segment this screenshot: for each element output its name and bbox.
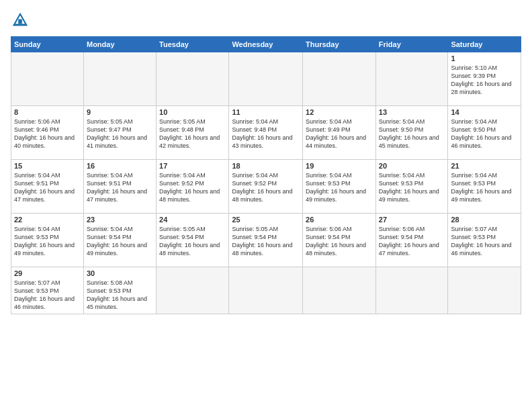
day-number: 25 [232, 216, 300, 224]
calendar-cell: 14Sunrise: 5:04 AMSunset: 9:50 PMDayligh… [448, 106, 521, 160]
day-number: 28 [451, 216, 518, 224]
calendar-cell: 10Sunrise: 5:05 AMSunset: 9:48 PMDayligh… [157, 106, 229, 160]
day-info: Sunrise: 5:04 AMSunset: 9:53 PMDaylight:… [14, 225, 81, 258]
calendar-cell [157, 52, 229, 106]
day-number: 10 [159, 108, 226, 116]
day-info: Sunrise: 5:10 AMSunset: 9:39 PMDaylight:… [451, 64, 518, 97]
day-info: Sunrise: 5:04 AMSunset: 9:50 PMDaylight:… [379, 118, 445, 150]
calendar-cell: 15Sunrise: 5:04 AMSunset: 9:51 PMDayligh… [11, 160, 84, 214]
day-info: Sunrise: 5:04 AMSunset: 9:48 PMDaylight:… [232, 118, 300, 150]
day-number: 9 [87, 108, 153, 116]
page-header [11, 11, 521, 30]
day-info: Sunrise: 5:04 AMSunset: 9:54 PMDaylight:… [87, 225, 153, 258]
calendar-cell: 21Sunrise: 5:04 AMSunset: 9:53 PMDayligh… [448, 160, 521, 214]
calendar-table: SundayMondayTuesdayWednesdayThursdayFrid… [11, 36, 521, 314]
calendar-day-header: Thursday [303, 37, 376, 52]
day-number: 20 [379, 162, 445, 170]
logo [11, 11, 32, 30]
calendar-cell: 20Sunrise: 5:04 AMSunset: 9:53 PMDayligh… [375, 160, 448, 214]
calendar-cell [375, 52, 448, 106]
calendar-cell: 19Sunrise: 5:04 AMSunset: 9:53 PMDayligh… [303, 160, 376, 214]
day-info: Sunrise: 5:04 AMSunset: 9:50 PMDaylight:… [451, 118, 518, 150]
day-number: 17 [159, 162, 226, 170]
day-info: Sunrise: 5:07 AMSunset: 9:53 PMDaylight:… [451, 225, 518, 258]
calendar-cell [157, 267, 229, 314]
day-number: 29 [14, 269, 81, 277]
calendar-cell [11, 52, 84, 106]
day-info: Sunrise: 5:04 AMSunset: 9:51 PMDaylight:… [87, 171, 153, 204]
calendar-cell: 8Sunrise: 5:06 AMSunset: 9:46 PMDaylight… [11, 106, 84, 160]
calendar-cell [448, 267, 521, 314]
day-info: Sunrise: 5:06 AMSunset: 9:46 PMDaylight:… [14, 118, 81, 150]
day-number: 23 [87, 216, 153, 224]
day-info: Sunrise: 5:05 AMSunset: 9:48 PMDaylight:… [159, 118, 226, 150]
day-number: 12 [306, 108, 373, 116]
day-info: Sunrise: 5:05 AMSunset: 9:54 PMDaylight:… [232, 225, 300, 258]
day-info: Sunrise: 5:07 AMSunset: 9:53 PMDaylight:… [14, 279, 81, 312]
day-info: Sunrise: 5:04 AMSunset: 9:49 PMDaylight:… [306, 118, 373, 150]
day-number: 22 [14, 216, 81, 224]
calendar-cell [83, 52, 156, 106]
calendar-cell: 25Sunrise: 5:05 AMSunset: 9:54 PMDayligh… [229, 214, 303, 267]
day-number: 21 [451, 162, 518, 170]
calendar-cell: 11Sunrise: 5:04 AMSunset: 9:48 PMDayligh… [229, 106, 303, 160]
day-number: 24 [159, 216, 226, 224]
day-info: Sunrise: 5:04 AMSunset: 9:51 PMDaylight:… [14, 171, 81, 204]
day-number: 15 [14, 162, 81, 170]
svg-rect-2 [18, 19, 22, 24]
day-info: Sunrise: 5:05 AMSunset: 9:47 PMDaylight:… [87, 118, 153, 150]
calendar-day-header: Friday [375, 37, 448, 52]
day-info: Sunrise: 5:06 AMSunset: 9:54 PMDaylight:… [306, 225, 373, 258]
calendar-cell: 27Sunrise: 5:06 AMSunset: 9:54 PMDayligh… [375, 214, 448, 267]
calendar-cell: 13Sunrise: 5:04 AMSunset: 9:50 PMDayligh… [375, 106, 448, 160]
day-info: Sunrise: 5:04 AMSunset: 9:52 PMDaylight:… [232, 171, 300, 204]
day-number: 14 [451, 108, 518, 116]
calendar-cell: 9Sunrise: 5:05 AMSunset: 9:47 PMDaylight… [83, 106, 156, 160]
day-number: 16 [87, 162, 153, 170]
day-info: Sunrise: 5:04 AMSunset: 9:53 PMDaylight:… [306, 171, 373, 204]
calendar-cell: 22Sunrise: 5:04 AMSunset: 9:53 PMDayligh… [11, 214, 84, 267]
day-info: Sunrise: 5:05 AMSunset: 9:54 PMDaylight:… [159, 225, 226, 258]
day-info: Sunrise: 5:08 AMSunset: 9:53 PMDaylight:… [87, 279, 153, 312]
day-number: 11 [232, 108, 300, 116]
calendar-day-header: Saturday [448, 37, 521, 52]
calendar-cell [229, 267, 303, 314]
calendar-day-header: Wednesday [229, 37, 303, 52]
day-number: 18 [232, 162, 300, 170]
calendar-day-header: Sunday [11, 37, 84, 52]
calendar-cell [303, 52, 376, 106]
calendar-cell: 28Sunrise: 5:07 AMSunset: 9:53 PMDayligh… [448, 214, 521, 267]
day-info: Sunrise: 5:04 AMSunset: 9:53 PMDaylight:… [451, 171, 518, 204]
calendar-cell: 17Sunrise: 5:04 AMSunset: 9:52 PMDayligh… [157, 160, 229, 214]
calendar-cell: 16Sunrise: 5:04 AMSunset: 9:51 PMDayligh… [83, 160, 156, 214]
calendar-cell: 29Sunrise: 5:07 AMSunset: 9:53 PMDayligh… [11, 267, 84, 314]
calendar-cell: 24Sunrise: 5:05 AMSunset: 9:54 PMDayligh… [157, 214, 229, 267]
calendar-header: SundayMondayTuesdayWednesdayThursdayFrid… [11, 37, 521, 52]
calendar-day-header: Monday [83, 37, 156, 52]
calendar-cell [375, 267, 448, 314]
calendar-cell: 1Sunrise: 5:10 AMSunset: 9:39 PMDaylight… [448, 52, 521, 106]
day-number: 30 [87, 269, 153, 277]
day-number: 1 [451, 54, 518, 62]
logo-icon [11, 11, 30, 30]
day-info: Sunrise: 5:04 AMSunset: 9:53 PMDaylight:… [379, 171, 445, 204]
calendar-cell: 12Sunrise: 5:04 AMSunset: 9:49 PMDayligh… [303, 106, 376, 160]
day-number: 19 [306, 162, 373, 170]
calendar-cell: 18Sunrise: 5:04 AMSunset: 9:52 PMDayligh… [229, 160, 303, 214]
day-number: 26 [306, 216, 373, 224]
calendar-cell [229, 52, 303, 106]
day-info: Sunrise: 5:04 AMSunset: 9:52 PMDaylight:… [159, 171, 226, 204]
day-number: 27 [379, 216, 445, 224]
day-number: 13 [379, 108, 445, 116]
day-number: 8 [14, 108, 81, 116]
calendar-cell: 23Sunrise: 5:04 AMSunset: 9:54 PMDayligh… [83, 214, 156, 267]
calendar-cell: 26Sunrise: 5:06 AMSunset: 9:54 PMDayligh… [303, 214, 376, 267]
calendar-cell [303, 267, 376, 314]
calendar-cell: 30Sunrise: 5:08 AMSunset: 9:53 PMDayligh… [83, 267, 156, 314]
calendar-day-header: Tuesday [157, 37, 229, 52]
day-info: Sunrise: 5:06 AMSunset: 9:54 PMDaylight:… [379, 225, 445, 258]
